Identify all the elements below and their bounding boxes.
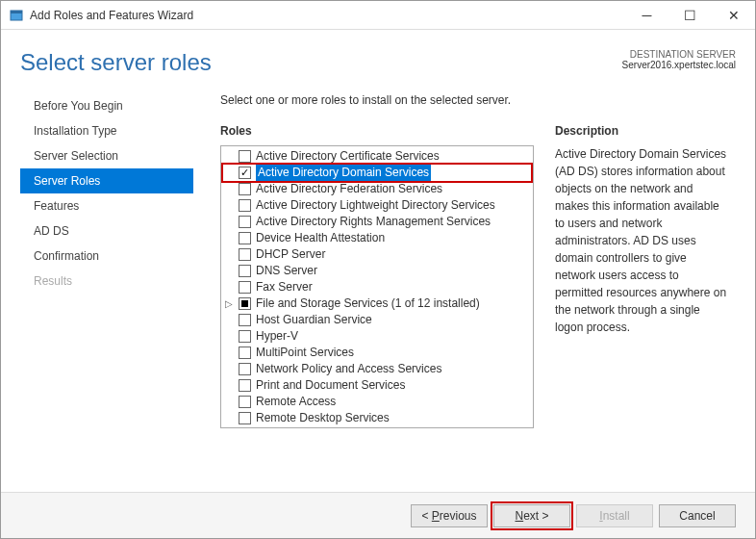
role-label: Active Directory Federation Services — [256, 181, 442, 197]
role-item[interactable]: DNS Server — [223, 263, 531, 279]
role-checkbox[interactable] — [239, 346, 251, 359]
description-text: Active Directory Domain Services (AD DS)… — [555, 145, 730, 336]
next-button[interactable]: Next > — [493, 504, 570, 527]
role-label: Active Directory Certificate Services — [256, 148, 440, 165]
role-label: Network Policy and Access Services — [256, 361, 441, 377]
install-button: Install — [576, 504, 653, 527]
role-checkbox[interactable] — [239, 216, 251, 228]
role-label: Hyper-V — [256, 328, 298, 345]
sidebar-item-installation-type[interactable]: Installation Type — [20, 118, 193, 143]
roles-listbox[interactable]: Active Directory Certificate ServicesAct… — [220, 145, 534, 428]
close-button[interactable]: ✕ — [712, 1, 755, 29]
sidebar-item-confirmation[interactable]: Confirmation — [20, 244, 193, 269]
panel: Select one or more roles to install on t… — [193, 93, 736, 459]
columns: Roles Active Directory Certificate Servi… — [220, 124, 730, 428]
sidebar-item-features[interactable]: Features — [20, 193, 193, 218]
previous-button[interactable]: < Previous — [411, 504, 488, 527]
role-item[interactable]: Hyper-V — [223, 328, 531, 345]
role-checkbox[interactable] — [239, 167, 251, 179]
main-layout: Before You BeginInstallation TypeServer … — [20, 93, 736, 459]
destination-label: DESTINATION SERVER — [622, 49, 736, 60]
footer-buttons: < Previous Next > Install Cancel — [1, 492, 755, 538]
svg-rect-1 — [11, 11, 22, 13]
window-controls: ─ ☐ ✕ — [625, 1, 755, 29]
role-item[interactable]: Host Guardian Service — [223, 312, 531, 328]
role-checkbox[interactable] — [239, 412, 251, 424]
role-item[interactable]: Remote Desktop Services — [223, 410, 531, 426]
role-item[interactable]: DHCP Server — [223, 246, 531, 263]
role-label: Active Directory Domain Services — [256, 165, 431, 181]
titlebar: Add Roles and Features Wizard ─ ☐ ✕ — [1, 1, 755, 30]
role-label: Active Directory Rights Management Servi… — [256, 214, 491, 230]
role-label: Device Health Attestation — [256, 230, 385, 246]
role-item[interactable]: Remote Access — [223, 394, 531, 410]
description-column: Description Active Directory Domain Serv… — [555, 124, 730, 428]
role-item[interactable]: Active Directory Domain Services — [223, 165, 531, 181]
role-checkbox[interactable] — [239, 396, 251, 408]
role-item[interactable]: Active Directory Federation Services — [223, 181, 531, 197]
role-item[interactable]: Active Directory Lightweight Directory S… — [223, 197, 531, 214]
role-item[interactable]: Volume Activation Services — [223, 426, 531, 428]
role-item[interactable]: MultiPoint Services — [223, 345, 531, 361]
sidebar-item-server-roles[interactable]: Server Roles — [20, 168, 193, 193]
minimize-button[interactable]: ─ — [625, 1, 668, 29]
role-checkbox[interactable] — [239, 232, 251, 244]
role-label: Volume Activation Services — [256, 426, 394, 428]
role-label: DHCP Server — [256, 246, 325, 263]
expand-icon[interactable]: ▷ — [225, 295, 233, 312]
sidebar-item-ad-ds[interactable]: AD DS — [20, 218, 193, 244]
role-label: Remote Desktop Services — [256, 410, 390, 426]
header-row: Select server roles DESTINATION SERVER S… — [20, 49, 736, 76]
role-checkbox[interactable] — [239, 363, 251, 375]
role-checkbox[interactable] — [239, 379, 251, 392]
role-label: Active Directory Lightweight Directory S… — [256, 197, 495, 214]
role-item[interactable]: Fax Server — [223, 279, 531, 295]
role-checkbox[interactable] — [239, 183, 251, 195]
role-label: MultiPoint Services — [256, 345, 354, 361]
role-item[interactable]: Active Directory Rights Management Servi… — [223, 214, 531, 230]
sidebar-item-server-selection[interactable]: Server Selection — [20, 143, 193, 168]
role-checkbox[interactable] — [239, 330, 251, 343]
role-item[interactable]: Network Policy and Access Services — [223, 361, 531, 377]
window-title: Add Roles and Features Wizard — [30, 9, 625, 22]
destination-server-name: Server2016.xpertstec.local — [622, 60, 736, 70]
role-checkbox[interactable] — [239, 150, 251, 163]
roles-heading: Roles — [220, 124, 534, 138]
role-label: Remote Access — [256, 394, 336, 410]
content-area: Select server roles DESTINATION SERVER S… — [1, 30, 755, 492]
role-checkbox[interactable] — [239, 265, 251, 277]
role-label: Print and Document Services — [256, 377, 405, 394]
role-item[interactable]: Active Directory Certificate Services — [223, 148, 531, 165]
role-item[interactable]: Device Health Attestation — [223, 230, 531, 246]
roles-column: Roles Active Directory Certificate Servi… — [220, 124, 534, 428]
page-title: Select server roles — [20, 49, 212, 76]
role-label: DNS Server — [256, 263, 317, 279]
role-label: Fax Server — [256, 279, 313, 295]
role-checkbox[interactable] — [239, 281, 251, 294]
role-label: File and Storage Services (1 of 12 insta… — [256, 295, 480, 312]
cancel-button[interactable]: Cancel — [659, 504, 736, 527]
sidebar-item-results: Results — [20, 269, 193, 294]
role-checkbox[interactable] — [239, 314, 251, 326]
wizard-icon — [9, 8, 24, 23]
destination-info: DESTINATION SERVER Server2016.xpertstec.… — [622, 49, 736, 70]
instruction-text: Select one or more roles to install on t… — [220, 93, 730, 107]
maximize-button[interactable]: ☐ — [668, 1, 712, 29]
role-item[interactable]: ▷File and Storage Services (1 of 12 inst… — [223, 295, 531, 312]
description-heading: Description — [555, 124, 730, 138]
sidebar-item-before-you-begin[interactable]: Before You Begin — [20, 93, 193, 118]
role-checkbox[interactable] — [239, 248, 251, 261]
role-checkbox[interactable] — [239, 297, 251, 310]
role-item[interactable]: Print and Document Services — [223, 377, 531, 394]
wizard-steps-sidebar: Before You BeginInstallation TypeServer … — [20, 93, 193, 459]
role-label: Host Guardian Service — [256, 312, 372, 328]
role-checkbox[interactable] — [239, 199, 251, 212]
